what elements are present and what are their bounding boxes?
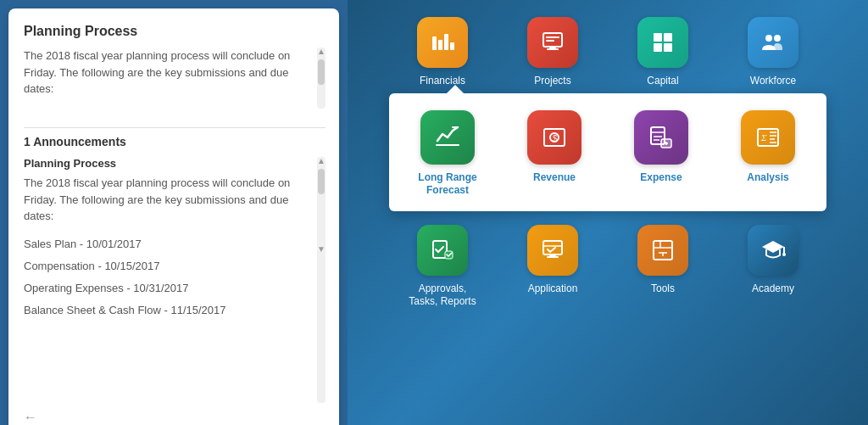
svg-marker-43	[762, 241, 784, 253]
approvals-label: Approvals, Tasks, Reports	[404, 282, 481, 309]
intro-text: The 2018 fiscal year planning process wi…	[24, 48, 326, 98]
bottom-apps-row: Approvals, Tasks, Reports Application	[404, 225, 811, 309]
svg-rect-37	[549, 254, 556, 256]
right-area: Financials Projects	[348, 0, 868, 425]
longrange-icon	[420, 110, 475, 165]
capital-icon	[637, 17, 688, 68]
svg-rect-9	[654, 33, 662, 42]
app-expense[interactable]: Expense	[623, 110, 699, 198]
svg-rect-7	[546, 36, 559, 38]
app-tools[interactable]: Tools	[625, 225, 701, 309]
application-label: Application	[528, 282, 578, 296]
longrange-label: Long Range Forecast	[409, 171, 486, 198]
tools-label: Tools	[651, 282, 675, 296]
left-panel: Planning Process The 2018 fiscal year pl…	[8, 8, 339, 425]
analysis-label: Analysis	[747, 171, 788, 185]
svg-point-13	[765, 35, 772, 42]
app-projects[interactable]: Projects	[515, 17, 591, 88]
svg-text:Σ: Σ	[760, 132, 767, 143]
svg-rect-12	[664, 43, 672, 52]
app-academy[interactable]: Academy	[735, 225, 811, 309]
ann-text: The 2018 fiscal year planning process wi…	[24, 175, 310, 225]
svg-rect-3	[450, 42, 454, 50]
ann-list: Sales Plan - 10/01/2017 Compensation - 1…	[24, 233, 310, 322]
svg-rect-0	[432, 36, 437, 50]
projects-icon	[527, 17, 578, 68]
expense-label: Expense	[640, 171, 682, 185]
announcements-title: 1 Announcements	[24, 135, 326, 148]
ann-subtitle: Planning Process	[24, 157, 310, 170]
intro-section: The 2018 fiscal year planning process wi…	[24, 48, 326, 109]
svg-rect-36	[547, 256, 559, 258]
app-revenue[interactable]: $ Revenue	[516, 110, 593, 198]
svg-rect-1	[438, 40, 442, 50]
svg-rect-2	[444, 34, 448, 50]
app-financials[interactable]: Financials	[404, 17, 481, 88]
top-apps-row: Financials Projects	[404, 17, 811, 88]
academy-label: Academy	[752, 282, 794, 296]
ann-list-item: Compensation - 10/15/2017	[24, 255, 310, 277]
approvals-icon	[417, 225, 468, 276]
popup-row: Long Range Forecast $ Revenue	[409, 110, 806, 198]
app-analysis[interactable]: Σ Analysis	[730, 110, 806, 198]
financials-icon	[417, 17, 468, 68]
app-application[interactable]: Application	[515, 225, 591, 309]
app-approvals[interactable]: Approvals, Tasks, Reports	[404, 225, 481, 309]
svg-rect-11	[654, 43, 662, 52]
academy-icon	[748, 225, 798, 276]
capital-label: Capital	[647, 75, 678, 88]
svg-text:$: $	[553, 134, 558, 143]
panel-title: Planning Process	[24, 24, 326, 39]
svg-rect-5	[547, 48, 559, 50]
tools-icon	[637, 225, 688, 276]
workforce-label: Workforce	[750, 75, 796, 88]
svg-rect-8	[546, 40, 554, 42]
projects-label: Projects	[534, 75, 570, 88]
popup-card: Long Range Forecast $ Revenue	[389, 93, 826, 211]
svg-rect-34	[543, 241, 562, 254]
svg-point-45	[782, 253, 786, 256]
expense-icon	[634, 110, 688, 165]
app-capital[interactable]: Capital	[625, 17, 701, 88]
svg-rect-10	[664, 33, 672, 42]
svg-rect-6	[549, 47, 556, 48]
svg-rect-15	[436, 144, 459, 146]
ann-list-item: Balance Sheet & Cash Flow - 11/15/2017	[24, 299, 310, 322]
revenue-label: Revenue	[533, 171, 576, 185]
app-longrange[interactable]: Long Range Forecast	[409, 110, 486, 198]
back-arrow[interactable]: ←	[24, 410, 326, 425]
analysis-icon: Σ	[741, 110, 795, 165]
ann-list-item: Sales Plan - 10/01/2017	[24, 233, 310, 255]
app-workforce[interactable]: Workforce	[735, 17, 811, 88]
ann-list-item: Operating Expenses - 10/31/2017	[24, 277, 310, 299]
announcements-scroll: Planning Process The 2018 fiscal year pl…	[24, 157, 326, 403]
svg-rect-38	[654, 241, 672, 260]
svg-point-14	[774, 35, 781, 42]
revenue-icon: $	[527, 110, 581, 165]
workforce-icon	[748, 17, 798, 68]
application-icon	[527, 225, 578, 276]
